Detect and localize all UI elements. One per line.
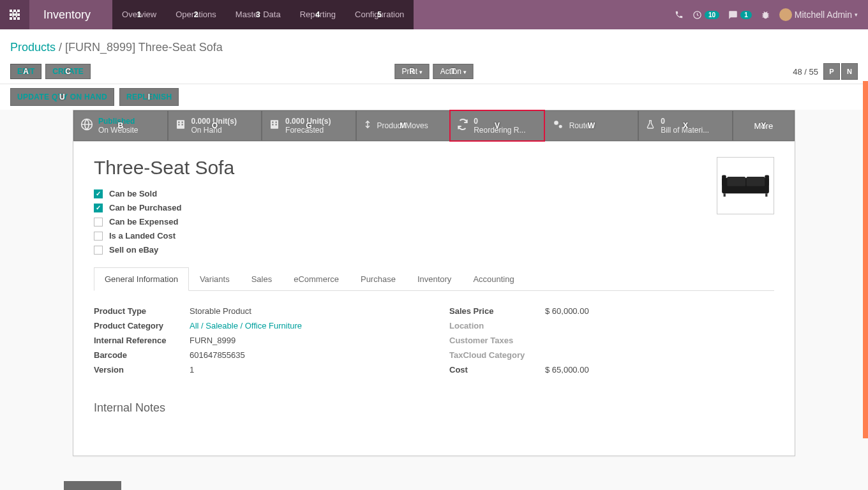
globe-icon [80,118,93,134]
checkbox-icon[interactable] [94,246,103,255]
apps-menu-button[interactable]: H [0,0,29,29]
svg-rect-2 [17,10,20,12]
fields-right: Sales Price$ 60,000.00 Location Customer… [449,304,774,377]
app-title: Inventory [29,0,112,29]
building-icon [269,119,280,133]
stat-reordering-rules[interactable]: 0Reordering R... V [450,110,544,141]
check-can-be-expensed: Can be Expensed [94,217,774,226]
stat-bom[interactable]: 0Bill of Materi... X [638,110,733,141]
activity-button[interactable]: 10 [692,10,719,20]
value-category[interactable]: All / Saleable / Office Furniture [190,321,302,330]
tab-inventory[interactable]: Inventory [407,267,462,290]
svg-rect-15 [181,124,183,125]
print-dropdown[interactable]: PrintR [394,64,429,79]
topbar-right: 10 1 Mitchell Admin ▾ [675,8,868,21]
svg-rect-24 [722,175,726,186]
check-landed-cost: Is a Landed Cost [94,231,774,241]
form-view: PublishedOn Website B 0.000 Unit(s)On Ha… [0,110,868,471]
edit-button[interactable]: EDITA [10,64,41,79]
action-dropdown[interactable]: ActionT [433,64,474,79]
tab-sales[interactable]: Sales [241,267,283,290]
svg-rect-7 [13,17,16,20]
svg-rect-1 [13,10,16,12]
tab-purchase[interactable]: Purchase [350,267,407,290]
stat-on-hand[interactable]: 0.000 Unit(s)On Hand O [168,110,262,141]
svg-rect-3 [10,13,12,16]
stat-more[interactable]: More Y [733,110,795,141]
breadcrumb: Products / [FURN_8999] Three-Seat Sofa [10,41,858,54]
value-version: 1 [190,365,194,375]
svg-rect-4 [13,13,16,16]
tab-variants[interactable]: Variants [189,267,241,290]
nav-operations[interactable]: Operations2 [166,0,226,29]
value-cost: $ 65,000.00 [545,365,589,375]
svg-rect-11 [177,120,184,129]
label-customer-taxes: Customer Taxes [449,336,545,345]
label-version: Version [94,365,190,375]
breadcrumb-current: [FURN_8999] Three-Seat Sofa [65,41,223,54]
check-sell-ebay: Sell on eBay [94,245,774,255]
label-sales-price: Sales Price [449,306,545,316]
messages-badge: 1 [740,11,752,19]
cogs-icon [551,118,564,134]
value-barcode: 601647855635 [190,350,245,360]
pager: 48 / 55 P N [793,63,858,80]
nav-master-data[interactable]: Master Data3 [226,0,290,29]
stat-forecasted[interactable]: 0.000 Unit(s)Forecasted G [262,110,356,141]
status-bar: UPDATE QTY ON HANDU REPLENISHI [0,84,868,110]
checkbox-icon[interactable]: ✓ [94,204,103,212]
label-taxcloud: TaxCloud Category [449,350,545,360]
product-image[interactable] [717,157,774,214]
svg-rect-19 [272,124,273,125]
svg-rect-5 [17,13,20,16]
pager-value[interactable]: 48 / 55 [793,67,818,77]
stat-buttons: PublishedOn Website B 0.000 Unit(s)On Ha… [73,110,795,142]
pager-prev[interactable]: P [823,63,840,80]
update-qty-button[interactable]: UPDATE QTY ON HANDU [10,88,114,106]
refresh-icon [457,119,468,133]
checkbox-icon[interactable] [94,218,103,226]
arrows-v-icon [363,118,372,134]
svg-rect-29 [765,193,767,197]
check-can-be-sold: ✓Can be Sold [94,189,707,198]
product-title: Three-Seat Sofa [94,157,774,179]
tab-general-info[interactable]: General Information [94,267,189,291]
label-internal-ref: Internal Reference [94,336,190,345]
building-icon [175,119,186,133]
user-avatar-icon [779,8,792,21]
value-internal-ref: FURN_8999 [190,336,236,345]
svg-rect-27 [747,177,765,186]
check-list: ✓Can be Sold ✓Can be Purchased Can be Ex… [94,189,774,255]
stat-product-moves[interactable]: Product Moves M [356,110,451,141]
checkbox-icon[interactable]: ✓ [94,189,103,198]
replenish-button[interactable]: REPLENISHI [119,88,179,106]
phone-icon[interactable] [675,10,684,19]
svg-rect-16 [271,120,278,129]
activity-badge: 10 [705,11,719,19]
svg-rect-26 [727,177,745,186]
user-menu[interactable]: Mitchell Admin ▾ [779,8,858,21]
nav-configuration[interactable]: Configuration5 [345,0,414,29]
label-product-type: Product Type [94,306,190,316]
create-button[interactable]: CREATEC [45,64,90,79]
tab-ecommerce[interactable]: eCommerce [283,267,350,290]
nav-overview[interactable]: Overview1 [112,0,166,29]
control-panel: Products / [FURN_8999] Three-Seat Sofa E… [0,29,868,84]
internal-notes-heading: Internal Notes [94,401,774,415]
pager-next[interactable]: N [841,63,858,80]
messages-button[interactable]: 1 [728,10,752,20]
stat-published[interactable]: PublishedOn Website B [73,110,168,141]
stat-routes[interactable]: Routes W [544,110,639,141]
svg-rect-6 [10,17,12,20]
nav-reporting[interactable]: Reporting4 [290,0,345,29]
user-name: Mitchell Admin [795,10,852,20]
check-can-be-purchased: ✓Can be Purchased [94,203,707,212]
debug-icon[interactable] [761,10,770,20]
breadcrumb-products[interactable]: Products [10,41,56,54]
checkbox-icon[interactable] [94,232,103,241]
svg-rect-17 [272,121,273,122]
tab-accounting[interactable]: Accounting [462,267,525,290]
scrollbar[interactable] [863,81,868,438]
top-navbar: H Inventory Overview1 Operations2 Master… [0,0,868,29]
fields-left: Product TypeStorable Product Product Cat… [94,304,419,377]
